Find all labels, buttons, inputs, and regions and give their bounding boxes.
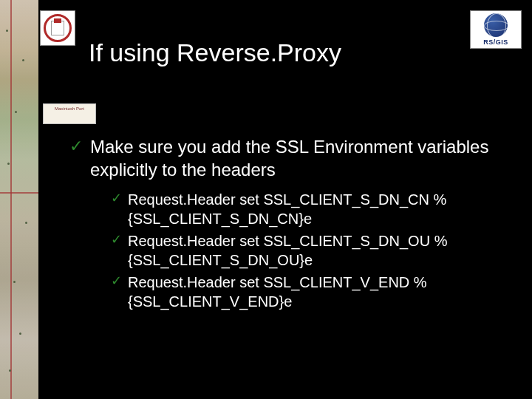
sub-bullet-text: Request.Header set SSL_CLIENT_S_DN_OU %{… (128, 231, 505, 270)
sub-bullet-text: Request.Header set SSL_CLIENT_S_DN_CN %{… (128, 190, 505, 228)
list-item: ✓ Request.Header set SSL_CLIENT_V_END %{… (111, 273, 505, 311)
slide-content: ✓ Make sure you add the SSL Environment … (69, 136, 505, 314)
list-item: ✓ Request.Header set SSL_CLIENT_S_DN_OU … (111, 231, 505, 270)
checkmark-icon: ✓ (69, 136, 83, 157)
map-texture (0, 0, 38, 399)
checkmark-icon: ✓ (111, 190, 122, 207)
slide-title: If using Reverse.Proxy (89, 38, 341, 67)
checkmark-icon: ✓ (111, 273, 122, 290)
globe-icon (484, 13, 508, 37)
checkmark-icon: ✓ (111, 231, 122, 248)
rsgis-logo: RS/GIS (470, 10, 522, 49)
map-sidebar-strip (0, 0, 38, 399)
seal-icon (44, 14, 72, 42)
sub-bullet-text: Request.Header set SSL_CLIENT_V_END %{SS… (128, 273, 505, 311)
rsgis-logo-text: RS/GIS (483, 38, 508, 46)
list-item: ✓ Request.Header set SSL_CLIENT_S_DN_CN … (111, 190, 505, 228)
sub-bullet-list: ✓ Request.Header set SSL_CLIENT_S_DN_CN … (111, 190, 505, 311)
small-badge-text: Macintosh Port (55, 106, 84, 111)
main-bullet: ✓ Make sure you add the SSL Environment … (69, 136, 505, 181)
small-badge: Macintosh Port (43, 103, 96, 124)
main-bullet-text: Make sure you add the SSL Environment va… (90, 136, 505, 181)
usace-seal-logo (40, 10, 75, 46)
